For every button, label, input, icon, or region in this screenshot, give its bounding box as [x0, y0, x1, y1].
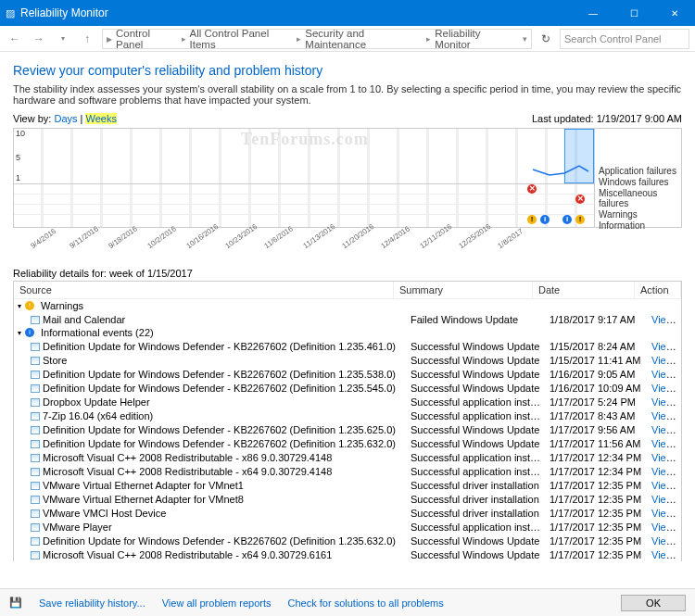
close-button[interactable]: ✕: [654, 0, 695, 26]
page-description: The stability index assesses your system…: [13, 83, 682, 106]
bc-1[interactable]: All Control Panel Items: [190, 28, 294, 50]
table-row[interactable]: Definition Update for Windows Defender -…: [14, 422, 681, 436]
track-windows-failures: ✕: [14, 195, 594, 205]
view-details-link[interactable]: View: [651, 466, 676, 477]
minimize-button[interactable]: —: [573, 0, 613, 26]
table-row[interactable]: Definition Update for Windows Defender -…: [14, 534, 681, 547]
table-row[interactable]: VMware Virtual Ethernet Adapter for VMne…: [14, 492, 681, 506]
table-row[interactable]: Definition Update for Windows Defender -…: [14, 339, 681, 353]
table-row[interactable]: Definition Update for Windows Defender -…: [14, 381, 681, 395]
titlebar: ▨ Reliability Monitor — ☐ ✕: [0, 0, 695, 26]
view-details-link[interactable]: View: [651, 549, 676, 560]
legend-win-failures: Windows failures: [599, 177, 679, 187]
cell-date: 1/17/2017 5:24 PM: [546, 396, 648, 408]
view-all-link[interactable]: View all problem reports: [162, 597, 272, 609]
x-tick: 10/2/2016: [145, 231, 169, 250]
view-details-link[interactable]: View: [651, 369, 676, 380]
technical-details-link[interactable]: technical details: [676, 314, 681, 325]
table-row[interactable]: Definition Update for Windows Defender -…: [14, 367, 681, 381]
stability-line: [14, 129, 594, 184]
view-details-link[interactable]: View: [651, 410, 676, 421]
view-details-link[interactable]: View: [651, 396, 676, 408]
error-icon: ✕: [575, 195, 585, 204]
cell-summary: Successful Windows Update: [407, 341, 546, 352]
view-details-link[interactable]: View: [651, 424, 676, 435]
table-row[interactable]: Mail and CalendarFailed Windows Update1/…: [14, 312, 681, 326]
technical-details-link[interactable]: technical details: [676, 522, 681, 533]
disk-icon: 💾: [9, 597, 22, 609]
technical-details-link[interactable]: technical details: [676, 549, 681, 560]
cell-action: View technical details: [648, 466, 681, 477]
maximize-button[interactable]: ☐: [613, 0, 654, 26]
technical-details-link[interactable]: technical details: [676, 480, 681, 491]
refresh-button[interactable]: ↻: [537, 32, 554, 45]
technical-details-link[interactable]: technical details: [676, 466, 681, 477]
view-weeks-link[interactable]: Weeks: [85, 113, 116, 124]
view-details-link[interactable]: View: [651, 508, 676, 519]
app-icon: [31, 551, 40, 559]
table-row[interactable]: Microsoft Visual C++ 2008 Redistributabl…: [14, 464, 681, 478]
expand-icon: ▾: [18, 302, 21, 310]
technical-details-link[interactable]: technical details: [676, 535, 681, 547]
table-row[interactable]: StoreSuccessful Windows Update1/15/2017 …: [14, 353, 681, 367]
technical-details-link[interactable]: technical details: [676, 369, 681, 380]
forward-button[interactable]: →: [30, 30, 48, 48]
save-history-link[interactable]: Save reliability history...: [39, 597, 145, 609]
view-details-link[interactable]: View: [651, 452, 676, 463]
footer: 💾 Save reliability history... View all p…: [0, 588, 695, 616]
table-row[interactable]: 7-Zip 16.04 (x64 edition)Successful appl…: [14, 409, 681, 422]
search-input[interactable]: Search Control Panel: [560, 29, 689, 49]
view-details-link[interactable]: View: [651, 314, 676, 325]
technical-details-link[interactable]: technical details: [676, 355, 681, 366]
bc-2[interactable]: Security and Maintenance: [305, 28, 423, 50]
up-button[interactable]: ↑: [78, 30, 96, 48]
technical-details-link[interactable]: technical details: [676, 396, 681, 408]
details-table[interactable]: Source Summary Date Action ▾!WarningsMai…: [13, 281, 682, 561]
ok-button[interactable]: OK: [621, 595, 686, 611]
back-button[interactable]: ←: [6, 30, 24, 48]
chart-graph-area[interactable]: 10 5 1: [14, 129, 594, 184]
view-days-link[interactable]: Days: [54, 113, 77, 124]
reliability-chart[interactable]: 10 5 1 ✕ ✕ ! i ! i: [13, 128, 682, 228]
nav-row: ← → ▾ ↑ ▸ Control Panel▸ All Control Pan…: [0, 26, 695, 52]
bc-3[interactable]: Reliability Monitor: [435, 28, 515, 50]
dropdown-icon[interactable]: ▾: [54, 30, 72, 48]
col-summary[interactable]: Summary: [394, 282, 533, 298]
bc-0[interactable]: Control Panel: [116, 28, 178, 50]
group-header[interactable]: ▾!Warnings: [14, 299, 681, 312]
group-icon: i: [25, 328, 34, 337]
table-row[interactable]: Microsoft Visual C++ 2008 Redistributabl…: [14, 547, 681, 561]
view-details-link[interactable]: View: [651, 480, 676, 491]
table-row[interactable]: VMware PlayerSuccessful application inst…: [14, 520, 681, 534]
view-details-link[interactable]: View: [651, 494, 676, 505]
view-details-link[interactable]: View: [651, 341, 676, 352]
table-row[interactable]: Definition Update for Windows Defender -…: [14, 436, 681, 450]
table-row[interactable]: Microsoft Visual C++ 2008 Redistributabl…: [14, 450, 681, 464]
technical-details-link[interactable]: technical details: [676, 494, 681, 505]
track-misc-failures: [14, 205, 594, 215]
x-tick: 12/4/2016: [379, 231, 402, 250]
technical-details-link[interactable]: technical details: [676, 438, 681, 449]
col-action[interactable]: Action: [635, 282, 681, 298]
group-header[interactable]: ▾iInformational events (22): [14, 326, 681, 339]
view-details-link[interactable]: View: [651, 355, 676, 366]
view-details-link[interactable]: View: [651, 383, 676, 394]
technical-details-link[interactable]: technical details: [676, 424, 681, 435]
technical-details-link[interactable]: technical details: [676, 452, 681, 463]
technical-details-link[interactable]: technical details: [676, 410, 681, 421]
view-details-link[interactable]: View: [651, 522, 676, 533]
check-solutions-link[interactable]: Check for solutions to all problems: [288, 597, 444, 609]
cell-action: View technical details: [648, 452, 681, 463]
col-source[interactable]: Source: [14, 282, 394, 298]
table-row[interactable]: Dropbox Update HelperSuccessful applicat…: [14, 395, 681, 409]
table-row[interactable]: VMware Virtual Ethernet Adapter for VMne…: [14, 478, 681, 492]
technical-details-link[interactable]: technical details: [676, 341, 681, 352]
technical-details-link[interactable]: technical details: [676, 383, 681, 394]
table-row[interactable]: VMware VMCI Host DeviceSuccessful driver…: [14, 506, 681, 520]
breadcrumb[interactable]: ▸ Control Panel▸ All Control Panel Items…: [102, 29, 532, 49]
col-date[interactable]: Date: [533, 282, 635, 298]
view-details-link[interactable]: View: [651, 535, 676, 547]
view-details-link[interactable]: View: [651, 438, 676, 449]
technical-details-link[interactable]: technical details: [676, 508, 681, 519]
table-header: Source Summary Date Action: [14, 282, 681, 299]
